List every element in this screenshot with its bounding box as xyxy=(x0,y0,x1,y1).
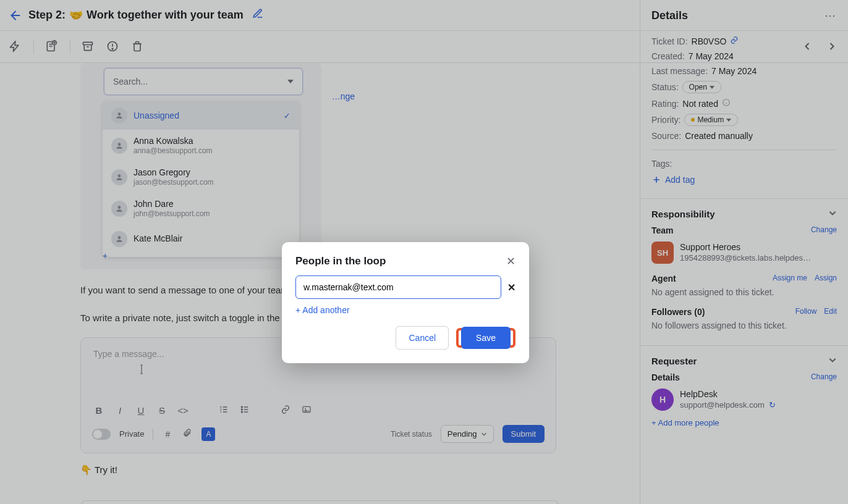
cancel-button[interactable]: Cancel xyxy=(396,326,449,350)
close-icon[interactable]: ✕ xyxy=(506,254,515,268)
email-input[interactable] xyxy=(295,275,501,299)
remove-email-icon[interactable]: ✕ xyxy=(507,282,515,293)
add-another-link[interactable]: + Add another xyxy=(295,299,515,315)
people-loop-modal: People in the loop ✕ ✕ + Add another Can… xyxy=(282,242,529,363)
save-button[interactable]: Save xyxy=(461,327,511,349)
save-button-highlight: Save xyxy=(456,328,515,348)
modal-title: People in the loop xyxy=(295,255,386,267)
